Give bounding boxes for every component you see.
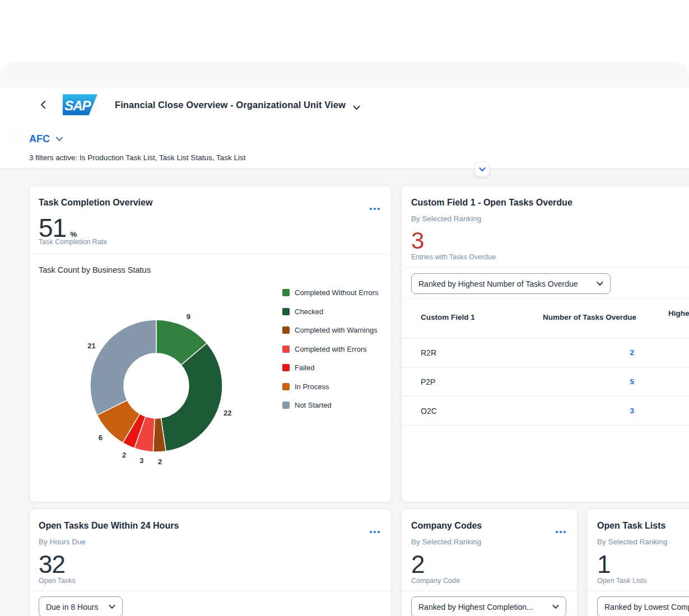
legend-swatch-icon xyxy=(282,346,290,353)
donut-data-label: 3 xyxy=(139,456,143,465)
dropdown-chevron-down-icon xyxy=(552,605,559,609)
ranking-dropdown[interactable]: Ranked by Highest Number of Tasks Overdu… xyxy=(411,273,611,294)
donut-data-label: 21 xyxy=(87,342,95,350)
hours-due-dropdown-value: Due in 8 Hours xyxy=(46,603,98,612)
kpi-entries-overdue: 3 xyxy=(411,229,423,253)
legend-swatch-icon xyxy=(282,364,290,371)
card-subtitle: By Selected Ranking xyxy=(411,538,481,546)
svg-text:SAP: SAP xyxy=(64,98,91,113)
row-field-value: O2C xyxy=(421,407,437,416)
row-overdue-count-link[interactable]: 5 xyxy=(630,377,634,386)
donut-data-label: 6 xyxy=(99,433,103,442)
page-title-chevron-icon[interactable] xyxy=(353,102,360,113)
table-row-o2c[interactable]: O2C3 xyxy=(402,396,689,426)
column-header-tasks-overdue: Number of Tasks Overdue xyxy=(543,313,636,321)
donut-data-label: 9 xyxy=(187,312,190,321)
page-title: Financial Close Overview - Organizationa… xyxy=(115,100,346,110)
card-section-divider xyxy=(588,591,689,591)
card-title: Task Completion Overview xyxy=(39,198,152,208)
card-open-task-lists: Open Task Lists By Selected Ranking 1 Op… xyxy=(587,508,689,616)
card-section-divider xyxy=(402,267,689,268)
card-title: Open Tasks Due Within 24 Hours xyxy=(39,521,179,531)
card-open-tasks-due-24h: Open Tasks Due Within 24 Hours By Hours … xyxy=(29,508,392,616)
card-title: Open Task Lists xyxy=(597,521,665,531)
legend-label: Failed xyxy=(295,363,314,372)
legend-item-failed[interactable]: Failed xyxy=(282,364,379,371)
kpi-label: Task Completion Rate xyxy=(39,238,107,246)
kpi-label: Company Code xyxy=(411,577,460,585)
donut-data-label: 22 xyxy=(224,409,231,417)
legend-label: Completed with Warnings xyxy=(295,326,378,334)
ranking-dropdown-value: Ranked by Lowest Completion... xyxy=(604,603,689,612)
back-chevron-icon xyxy=(40,100,46,109)
row-field-value: R2R xyxy=(421,348,436,357)
column-header-custom-field: Custom Field 1 xyxy=(421,313,475,321)
active-filters-summary: 3 filters active: Is Production Task Lis… xyxy=(29,153,245,162)
ranking-dropdown-value: Ranked by Highest Number of Tasks Overdu… xyxy=(418,279,578,288)
header-divider xyxy=(0,168,689,169)
window-titlebar xyxy=(0,62,689,88)
legend-label: In Process xyxy=(295,382,329,391)
legend-item-completed-with-errors[interactable]: Completed with Errors xyxy=(282,346,379,353)
donut-chart[interactable]: 922232621 xyxy=(67,296,246,475)
legend-label: Completed with Errors xyxy=(295,345,367,353)
donut-slice-not-started[interactable] xyxy=(90,320,156,415)
kpi-label: Open Tasks xyxy=(39,577,76,585)
card-company-codes: Company Codes By Selected Ranking 2 Comp… xyxy=(401,508,578,616)
legend-swatch-icon xyxy=(282,402,290,409)
card-section-divider xyxy=(30,591,391,591)
legend-label: Checked xyxy=(295,307,323,316)
card-section-divider xyxy=(402,591,577,591)
table-body: R2R2P2P5O2C3 xyxy=(402,338,689,426)
table-row-r2r[interactable]: R2R2 xyxy=(402,338,689,367)
legend-swatch-icon xyxy=(282,289,290,296)
legend-item-completed-without-errors[interactable]: Completed Without Errors xyxy=(282,289,379,296)
row-overdue-count-link[interactable]: 3 xyxy=(630,407,634,415)
kpi-unit: % xyxy=(70,230,77,239)
card-subtitle: By Selected Ranking xyxy=(597,538,667,546)
chart-title: Task Count by Business Status xyxy=(39,265,151,274)
workspace-label: AFC xyxy=(29,133,50,145)
hours-due-dropdown[interactable]: Due in 8 Hours xyxy=(39,596,123,616)
dropdown-chevron-down-icon xyxy=(597,282,603,286)
legend-swatch-icon xyxy=(282,326,290,334)
legend-label: Completed Without Errors xyxy=(295,288,379,297)
ranking-dropdown[interactable]: Ranked by Highest Completion... xyxy=(411,596,566,616)
card-subtitle: By Hours Due xyxy=(39,538,86,546)
donut-slice-checked[interactable] xyxy=(161,343,222,451)
row-field-value: P2P xyxy=(421,377,435,386)
row-overdue-count-link[interactable]: 2 xyxy=(630,348,634,357)
ranking-dropdown-value: Ranked by Highest Completion... xyxy=(418,603,533,612)
kpi-label: Entries with Tasks Overdue xyxy=(411,253,496,261)
legend-item-completed-with-warnings[interactable]: Completed with Warnings xyxy=(282,326,379,334)
donut-data-label: 2 xyxy=(158,458,162,466)
card-subtitle: By Selected Ranking xyxy=(411,214,481,223)
dropdown-chevron-down-icon xyxy=(109,605,115,609)
table-row-p2p[interactable]: P2P5 xyxy=(402,367,689,396)
kpi-label: Open Task Lists xyxy=(597,577,647,585)
overflow-menu-icon[interactable] xyxy=(367,206,382,212)
card-custom-field-open-tasks-overdue: Custom Field 1 - Open Tasks Overdue By S… xyxy=(401,185,689,502)
collapse-header-button[interactable] xyxy=(474,162,490,177)
window-control-dot xyxy=(10,129,22,141)
overflow-menu-icon[interactable] xyxy=(367,529,382,535)
collapse-chevron-down-icon xyxy=(479,167,486,172)
legend-item-checked[interactable]: Checked xyxy=(282,308,379,315)
card-task-completion-overview: Task Completion Overview 51% Task Comple… xyxy=(29,185,392,502)
kpi-open-task-lists: 1 xyxy=(597,552,610,577)
overflow-menu-icon[interactable] xyxy=(553,529,568,535)
workspace-chevron-down-icon xyxy=(55,137,63,142)
ranking-dropdown[interactable]: Ranked by Lowest Completion... xyxy=(597,596,689,616)
back-button[interactable] xyxy=(37,99,49,111)
kpi-open-tasks: 32 xyxy=(39,552,65,577)
chart-legend: Completed Without ErrorsCheckedCompleted… xyxy=(282,289,379,421)
table-header: Custom Field 1 Number of Tasks Overdue H… xyxy=(402,298,689,338)
donut-data-label: 2 xyxy=(122,451,126,459)
kpi-task-completion-rate: 51% xyxy=(39,215,77,241)
workspace-selector[interactable]: AFC xyxy=(29,133,63,145)
card-section-divider xyxy=(30,254,391,254)
legend-item-in-process[interactable]: In Process xyxy=(282,383,379,390)
column-header-highest: Highest xyxy=(668,309,689,318)
legend-item-not-started[interactable]: Not Started xyxy=(282,402,379,409)
card-title: Custom Field 1 - Open Tasks Overdue xyxy=(411,198,572,208)
